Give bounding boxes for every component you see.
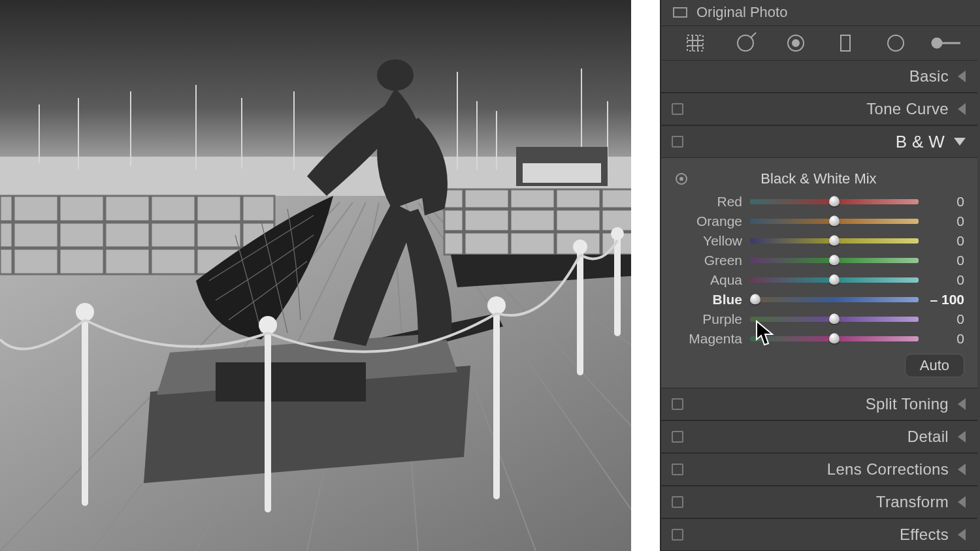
tool-strip (661, 25, 980, 60)
split-toning-panel-header[interactable]: Split Toning (661, 388, 977, 420)
original-photo-label: Original Photo (696, 4, 787, 21)
collapse-icon (958, 398, 966, 410)
preview-svg (0, 0, 660, 551)
panel-sections: Basic Tone Curve B & W Black & White Mix (661, 60, 980, 551)
panel-toggle-icon[interactable] (672, 398, 683, 410)
lens-corrections-panel-header[interactable]: Lens Corrections (661, 453, 977, 486)
bw-mix-title: Black & White Mix (760, 170, 876, 187)
collapse-icon (958, 103, 966, 115)
svg-rect-34 (444, 189, 660, 255)
image-preview[interactable] (0, 0, 660, 551)
slider-thumb[interactable] (829, 313, 840, 324)
panel-toggle-icon[interactable] (672, 431, 683, 443)
original-photo-row[interactable]: Original Photo (661, 0, 980, 25)
panel-toggle-icon[interactable] (672, 103, 683, 115)
panel-toggle-icon[interactable] (672, 529, 683, 541)
slider-thumb[interactable] (829, 215, 840, 226)
slider-label: Purple (673, 311, 742, 327)
bw-slider-magenta[interactable]: Magenta0 (673, 329, 964, 349)
adjustment-brush-icon[interactable] (930, 27, 962, 59)
slider-value[interactable]: 0 (926, 194, 964, 210)
bw-slider-yellow[interactable]: Yellow0 (673, 231, 964, 251)
effects-panel-header[interactable]: Effects (661, 518, 977, 551)
panel-toggle-icon[interactable] (672, 464, 683, 475)
svg-point-68 (932, 39, 941, 48)
collapse-icon (958, 71, 966, 82)
slider-thumb[interactable] (829, 196, 840, 206)
slider-label: Green (673, 253, 742, 268)
bw-panel-body: Black & White Mix Red0Orange0Yellow0Gree… (661, 158, 977, 388)
slider-track[interactable] (750, 277, 919, 283)
basic-panel-header[interactable]: Basic (661, 60, 977, 93)
slider-value[interactable]: 0 (926, 272, 964, 288)
svg-rect-14 (523, 163, 601, 183)
slider-track[interactable] (750, 258, 919, 263)
slider-label: Aqua (673, 272, 742, 288)
slider-value[interactable]: 0 (926, 253, 964, 268)
panel-toggle-icon[interactable] (672, 136, 683, 148)
slider-label: Blue (673, 292, 742, 307)
preview-gutter (631, 0, 660, 551)
svg-point-54 (259, 316, 277, 334)
app-root: Original Photo Basic (0, 0, 980, 551)
original-photo-icon (673, 7, 687, 18)
svg-rect-45 (216, 362, 366, 401)
develop-panel: Original Photo Basic (660, 0, 980, 551)
collapse-icon (958, 496, 966, 508)
slider-value[interactable]: 0 (926, 311, 964, 327)
slider-value[interactable]: 0 (926, 213, 964, 229)
bw-mix-title-row: Black & White Mix (673, 166, 964, 192)
auto-button[interactable]: Auto (905, 354, 964, 377)
bw-slider-green[interactable]: Green0 (673, 251, 964, 270)
radial-filter-icon[interactable] (880, 27, 911, 59)
svg-point-53 (76, 303, 94, 321)
svg-point-67 (888, 35, 904, 51)
collapse-icon (958, 431, 966, 443)
bw-slider-blue[interactable]: Blue– 100 (673, 290, 964, 309)
slider-thumb[interactable] (829, 235, 840, 245)
bw-panel-header[interactable]: B & W (661, 125, 977, 158)
slider-track[interactable] (750, 317, 919, 322)
slider-track[interactable] (750, 219, 919, 224)
detail-panel-header[interactable]: Detail (661, 420, 977, 453)
svg-rect-58 (687, 35, 703, 51)
bw-slider-orange[interactable]: Orange0 (673, 212, 964, 231)
panel-toggle-icon[interactable] (672, 496, 683, 508)
slider-label: Orange (673, 213, 742, 229)
svg-point-57 (611, 227, 624, 240)
collapse-icon (958, 529, 966, 541)
bw-slider-aqua[interactable]: Aqua0 (673, 270, 964, 290)
tone-curve-panel-header[interactable]: Tone Curve (661, 93, 977, 125)
transform-panel-header[interactable]: Transform (661, 486, 977, 518)
crop-tool-icon[interactable] (679, 27, 711, 59)
slider-track[interactable] (750, 336, 919, 341)
slider-thumb[interactable] (750, 294, 760, 304)
slider-label: Magenta (673, 331, 742, 347)
spot-removal-icon[interactable] (730, 27, 761, 59)
slider-thumb[interactable] (829, 333, 840, 343)
slider-track[interactable] (750, 199, 919, 204)
collapse-icon (958, 464, 966, 475)
slider-value[interactable]: 0 (926, 233, 964, 249)
slider-value[interactable]: – 100 (926, 292, 964, 307)
svg-rect-66 (841, 35, 850, 51)
slider-value[interactable]: 0 (926, 331, 964, 347)
svg-point-65 (792, 40, 799, 46)
slider-label: Yellow (673, 233, 742, 249)
slider-thumb[interactable] (829, 274, 840, 285)
slider-label: Red (673, 194, 742, 210)
bw-slider-red[interactable]: Red0 (673, 192, 964, 212)
bw-slider-purple[interactable]: Purple0 (673, 309, 964, 329)
slider-thumb[interactable] (829, 255, 840, 265)
svg-rect-47 (380, 72, 412, 80)
slider-track[interactable] (750, 238, 919, 244)
redeye-tool-icon[interactable] (780, 27, 811, 59)
targeted-adjustment-icon[interactable] (676, 173, 687, 185)
graduated-filter-icon[interactable] (830, 27, 861, 59)
expand-icon (954, 138, 966, 146)
svg-point-56 (573, 240, 587, 254)
slider-track[interactable] (750, 297, 919, 302)
svg-point-55 (487, 296, 506, 315)
